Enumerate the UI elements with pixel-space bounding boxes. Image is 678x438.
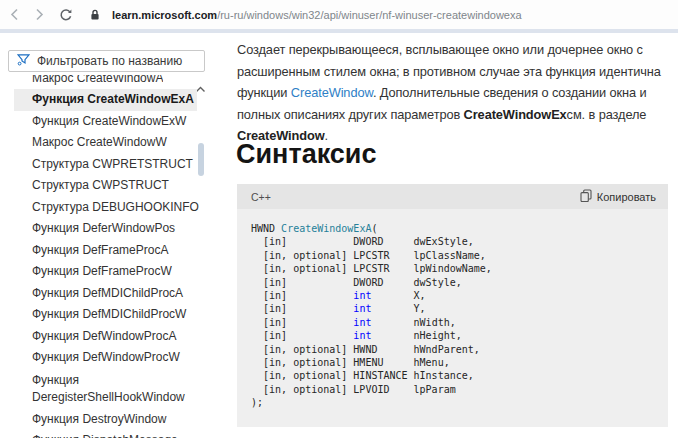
sidebar-item-defframeproca[interactable]: Функция DefFrameProcA	[14, 240, 197, 262]
sidebar-item-deregistershellhookwindow[interactable]: Функция DeregisterShellHookWindow	[14, 369, 184, 409]
address-bar[interactable]: learn.microsoft.com/ru-ru/windows/win32/…	[112, 9, 522, 21]
code-line: [in, optional] HMENU hMenu,	[251, 356, 660, 369]
code-line: HWND CreateWindowExA(	[251, 222, 660, 235]
url-path: /ru-ru/windows/win32/api/winuser/nf-winu…	[217, 9, 521, 21]
forward-icon[interactable]	[31, 7, 47, 23]
sidebar-item-cwpretstruct[interactable]: Структура CWPRETSTRUCT	[14, 154, 197, 176]
sidebar-scrollbar[interactable]	[198, 143, 204, 176]
code-line: [in] DWORD dwExStyle,	[251, 235, 660, 248]
code-block: C++ Копировать HWND CreateWindowExA( [in…	[237, 184, 668, 427]
intro-paragraph: Создает перекрывающееся, всплывающее окн…	[237, 39, 673, 147]
sidebar-item-createwindoww[interactable]: Макрос CreateWindowW	[14, 132, 197, 154]
sidebar-item-defwindowproca[interactable]: Функция DefWindowProcA	[14, 326, 197, 348]
sidebar-item-createwindowexw[interactable]: Функция CreateWindowExW	[14, 111, 197, 133]
sidebar-nav-list: Функция CreateWindowExA Функция CreateWi…	[14, 89, 197, 438]
sidebar-item-defmdichildproca[interactable]: Функция DefMDIChildProcA	[14, 283, 197, 305]
code-line: [in] int nHeight,	[251, 329, 660, 342]
lock-icon[interactable]	[87, 7, 103, 23]
page: learn.microsoft.com/ru-ru/windows/win32/…	[0, 0, 678, 438]
code-line: [in, optional] HINSTANCE hInstance,	[251, 369, 660, 382]
code-line: [in, optional] LPCSTR lpWindowName,	[251, 262, 660, 275]
sidebar-item-debughookinfo[interactable]: Структура DEBUGHOOKINFO	[14, 197, 197, 219]
code-body: HWND CreateWindowExA( [in] DWORD dwExSty…	[237, 209, 668, 427]
sidebar-item-defmdichildprocw[interactable]: Функция DefMDIChildProcW	[14, 304, 197, 326]
code-line: [in, optional] LPCSTR lpClassName,	[251, 249, 660, 262]
sidebar-item-createwindowa-clipped[interactable]: Макрос CreateWindowA	[32, 75, 163, 87]
code-line: [in] int X,	[251, 289, 660, 302]
url-domain: learn.microsoft.com	[112, 9, 217, 21]
sidebar-item-deferwindowpos[interactable]: Функция DeferWindowPos	[14, 218, 197, 240]
reload-icon[interactable]	[58, 7, 74, 23]
sidebar-item-defframeprocw[interactable]: Функция DefFrameProcW	[14, 261, 197, 283]
sidebar-item-destroywindow[interactable]: Функция DestroyWindow	[14, 409, 197, 431]
funnel-icon	[17, 52, 30, 70]
code-line: [in, optional] LPVOID lpParam	[251, 383, 660, 396]
copy-button-label: Копировать	[597, 191, 656, 203]
filter-box	[8, 50, 205, 72]
code-line: [in] DWORD dwStyle,	[251, 276, 660, 289]
copy-icon	[580, 189, 592, 204]
code-line: [in, optional] HWND hWndParent,	[251, 343, 660, 356]
copy-button[interactable]: Копировать	[580, 189, 656, 204]
createwindow-link[interactable]: CreateWindow	[291, 85, 373, 100]
createwindowex-bold: CreateWindowEx	[464, 107, 567, 122]
code-language-label: C++	[251, 191, 271, 203]
chevron-up-icon[interactable]	[195, 79, 207, 87]
code-line: [in] int Y,	[251, 302, 660, 315]
sidebar-item-defwindowprocw[interactable]: Функция DefWindowProcW	[14, 347, 197, 369]
filter-input[interactable]	[37, 54, 187, 68]
sidebar-item-dispatchmessage[interactable]: Функция DispatchMessage	[14, 430, 197, 438]
sidebar-item-cwpstruct[interactable]: Структура CWPSTRUCT	[14, 175, 197, 197]
back-icon[interactable]	[6, 7, 22, 23]
browser-toolbar: learn.microsoft.com/ru-ru/windows/win32/…	[0, 0, 678, 29]
sidebar-item-createwindowexa[interactable]: Функция CreateWindowExA	[14, 89, 197, 111]
syntax-heading: Синтаксис	[236, 139, 376, 170]
toolbar-divider	[0, 29, 678, 33]
code-line: [in] int nWidth,	[251, 316, 660, 329]
code-block-header: C++ Копировать	[237, 184, 668, 209]
code-line: );	[251, 396, 660, 409]
